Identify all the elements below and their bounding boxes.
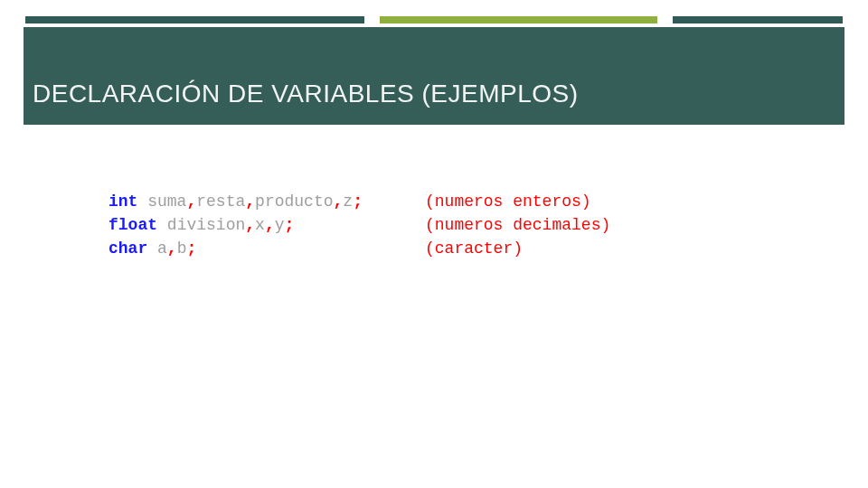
keyword: char [108,239,147,258]
accent-ruler [25,16,843,23]
identifier: z [343,192,353,211]
identifier: a [157,239,167,258]
code-line: int suma,resta,producto,z;(numeros enter… [108,190,778,213]
slide: DECLARACIÓN DE VARIABLES (EJEMPLOS) int … [0,0,868,488]
ruler-segment-gap [657,16,673,23]
code-declaration: float division,x,y; [108,213,425,237]
semicolon: ; [353,192,363,211]
ruler-segment-dark [673,16,843,23]
slide-title: DECLARACIÓN DE VARIABLES (EJEMPLOS) [33,80,579,108]
identifier: y [275,216,285,234]
code-declaration: char a,b; [108,237,425,260]
semicolon: ; [186,239,196,258]
comma: , [245,192,255,211]
code-comment: (caracter) [425,237,523,260]
code-comment: (numeros enteros) [425,190,591,213]
identifier: x [255,216,265,234]
keyword: int [108,192,137,211]
keyword: float [108,216,157,234]
comma: , [265,216,275,234]
ruler-segment-gap [364,16,380,23]
identifier: division [167,216,245,234]
comma: , [334,192,344,211]
comma: , [186,192,196,211]
identifier: resta [196,192,245,211]
code-comment: (numeros decimales) [425,213,610,237]
ruler-segment-green [380,16,657,23]
code-block: int suma,resta,producto,z;(numeros enter… [108,190,778,260]
ruler-segment-dark [25,16,364,23]
identifier: suma [147,192,186,211]
comma: , [167,239,177,258]
code-line: char a,b;(caracter) [108,237,778,260]
semicolon: ; [285,216,295,234]
code-line: float division,x,y;(numeros decimales) [108,213,778,237]
code-declaration: int suma,resta,producto,z; [108,190,425,213]
comma: , [245,216,255,234]
title-bar: DECLARACIÓN DE VARIABLES (EJEMPLOS) [24,27,844,125]
highlight-strip [108,260,778,273]
identifier: b [177,239,187,258]
identifier: producto [255,192,333,211]
